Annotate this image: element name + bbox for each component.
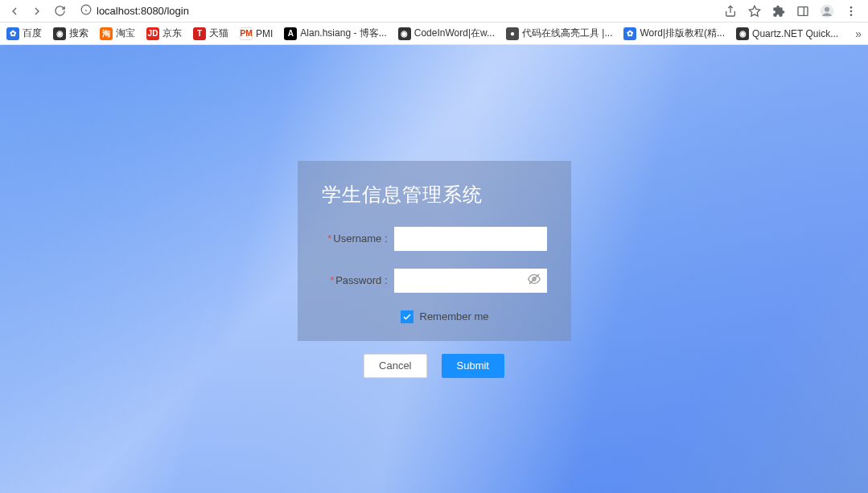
svg-point-10 — [850, 10, 853, 12]
password-label: *Password : — [322, 274, 394, 286]
bookmark-item[interactable]: ✿Word|排版教程(精... — [623, 27, 725, 40]
bookmark-item[interactable]: JD京东 — [146, 27, 182, 40]
bookmark-label: Quartz.NET Quick... — [752, 28, 838, 39]
back-button[interactable] — [6, 3, 23, 19]
menu-icon[interactable] — [844, 4, 858, 18]
bookmarks-bar: ✿百度◉搜索淘淘宝JD京东T天猫PMPMIAAlan.hsiang - 博客..… — [0, 23, 868, 45]
remember-row: Remember me — [401, 310, 547, 323]
password-input[interactable] — [394, 269, 547, 293]
page-content: 学生信息管理系统 *Username : *Password : Remembe — [0, 45, 868, 493]
favicon: ✿ — [623, 27, 636, 40]
favicon: T — [193, 27, 206, 40]
bookmark-label: 天猫 — [209, 27, 228, 40]
profile-icon[interactable] — [820, 4, 834, 18]
favicon: ◉ — [736, 27, 749, 40]
remember-label: Remember me — [420, 310, 489, 323]
username-row: *Username : — [322, 227, 547, 251]
url-text: localhost:8080/login — [97, 5, 189, 17]
favicon: ◉ — [53, 27, 66, 40]
bookmark-item[interactable]: ◉Quartz.NET Quick... — [736, 27, 838, 40]
bookmark-item[interactable]: ✿百度 — [6, 27, 42, 40]
bookmark-label: 搜索 — [69, 27, 88, 40]
bookmark-label: PMI — [256, 28, 273, 39]
toolbar-right — [723, 4, 862, 18]
bookmark-star-icon[interactable] — [747, 4, 762, 18]
forward-button[interactable] — [29, 3, 45, 19]
bookmark-item[interactable]: ●代码在线高亮工具 |... — [506, 27, 612, 40]
bookmark-item[interactable]: T天猫 — [193, 27, 228, 40]
svg-rect-5 — [798, 6, 808, 15]
bookmark-item[interactable]: AAlan.hsiang - 博客... — [284, 27, 386, 40]
bookmark-label: 百度 — [23, 27, 42, 40]
bookmark-item[interactable]: PMPMI — [240, 27, 273, 40]
url-bar[interactable]: localhost:8080/login — [74, 2, 717, 19]
bookmark-label: 淘宝 — [116, 27, 135, 40]
panel-icon[interactable] — [796, 4, 810, 18]
favicon: PM — [240, 27, 253, 40]
svg-point-9 — [850, 6, 853, 9]
toggle-password-icon[interactable] — [528, 273, 541, 289]
svg-point-8 — [825, 6, 829, 11]
svg-point-11 — [850, 14, 853, 16]
button-row: Cancel Submit — [364, 354, 504, 378]
bookmark-item[interactable]: ◉搜索 — [53, 27, 88, 40]
reload-button[interactable] — [51, 3, 68, 19]
cancel-button[interactable]: Cancel — [364, 354, 426, 378]
share-icon[interactable] — [723, 4, 738, 18]
bookmark-label: CodeInWord|在w... — [414, 27, 495, 40]
username-label: *Username : — [322, 232, 394, 244]
favicon: 淘 — [100, 27, 113, 40]
bookmark-label: Word|排版教程(精... — [640, 27, 725, 40]
favicon: ✿ — [6, 27, 19, 40]
bookmark-label: 京东 — [162, 27, 182, 40]
bookmark-item[interactable]: ◉CodeInWord|在w... — [398, 27, 495, 40]
favicon: JD — [146, 27, 159, 40]
favicon: ● — [506, 27, 519, 40]
svg-marker-4 — [749, 6, 759, 16]
info-icon — [80, 4, 92, 18]
bookmarks-overflow-icon[interactable]: » — [855, 27, 862, 40]
bookmark-label: Alan.hsiang - 博客... — [300, 27, 386, 40]
bookmark-item[interactable]: 淘淘宝 — [100, 27, 135, 40]
browser-toolbar: localhost:8080/login — [0, 0, 868, 23]
favicon: ◉ — [398, 27, 411, 40]
submit-button[interactable]: Submit — [442, 354, 504, 378]
login-card: 学生信息管理系统 *Username : *Password : Remembe — [298, 161, 571, 341]
favicon: A — [284, 27, 297, 40]
remember-checkbox[interactable] — [401, 310, 413, 323]
bookmark-label: 代码在线高亮工具 |... — [522, 27, 612, 40]
extensions-icon[interactable] — [771, 4, 786, 18]
login-title: 学生信息管理系统 — [322, 182, 547, 207]
username-input[interactable] — [394, 227, 547, 251]
password-row: *Password : — [322, 269, 547, 293]
